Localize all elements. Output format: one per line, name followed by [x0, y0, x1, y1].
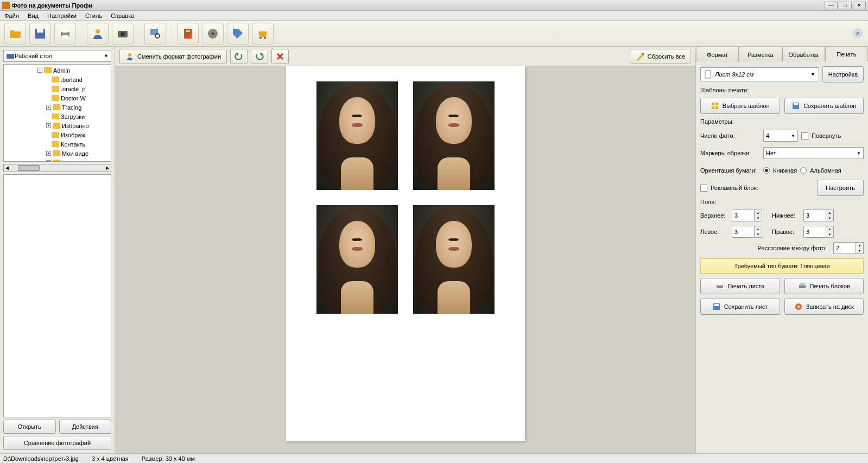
folder-tree[interactable]: -Admin.borland.oracle_jrDoctor W+Tracing… [3, 64, 111, 162]
rotate-right-button[interactable] [251, 49, 268, 64]
tree-item[interactable]: +Tracing [5, 103, 110, 112]
status-color: 3 x 4 цветная [92, 455, 129, 462]
templates-label: Шаблоны печати: [700, 87, 864, 93]
cart-button[interactable] [252, 23, 274, 45]
margin-top-label: Верхнее: [700, 212, 728, 219]
svg-rect-16 [7, 54, 14, 59]
tree-item[interactable]: .borland [5, 75, 110, 84]
maximize-button[interactable]: □ [839, 2, 852, 9]
count-select[interactable]: 4▼ [763, 130, 798, 142]
tree-item[interactable]: +Мои доку [5, 158, 110, 162]
tag-button[interactable] [227, 23, 249, 45]
markers-select[interactable]: Нет▼ [763, 147, 864, 159]
tree-item[interactable]: +Избранно [5, 121, 110, 130]
tree-item[interactable]: Контакть [5, 139, 110, 149]
menubar: Файл Вид Настройки Стиль Справка [0, 11, 868, 21]
tab-layout[interactable]: Разметка [739, 47, 782, 62]
thumbnail-preview [3, 174, 111, 417]
statusbar: D:\Downloads\портрет-3.jpg 3 x 4 цветная… [0, 453, 868, 463]
print-button[interactable] [54, 23, 76, 45]
change-format-button[interactable]: Сменить формат фотографии [119, 49, 227, 64]
landscape-radio[interactable] [800, 167, 807, 174]
tree-item[interactable]: Изображ [5, 130, 110, 139]
margins-label: Поля: [700, 199, 864, 205]
svg-rect-19 [705, 71, 711, 78]
book-button[interactable] [177, 23, 199, 45]
count-label: Число фото: [700, 132, 760, 139]
svg-rect-31 [714, 304, 719, 306]
center-panel: Сменить формат фотографии Сбросить все [115, 47, 695, 453]
adblock-checkbox[interactable] [700, 185, 707, 192]
print-blocks-button[interactable]: Печать блоков [784, 278, 864, 294]
rotate-left-button[interactable] [230, 49, 248, 64]
margin-left-input[interactable]: 3▲▼ [732, 226, 762, 238]
tree-item[interactable]: -Admin [5, 66, 110, 75]
reset-all-button[interactable]: Сбросить все [630, 49, 691, 64]
menu-help[interactable]: Справка [109, 12, 136, 20]
sheet-select[interactable]: Лист 9x12 см ▼ [700, 67, 819, 81]
tree-item[interactable]: .oracle_jr [5, 84, 110, 93]
sheet-settings-button[interactable]: Настройка [822, 66, 864, 83]
svg-rect-23 [715, 106, 718, 109]
open-folder-button[interactable] [4, 23, 26, 45]
photo-4[interactable] [413, 205, 495, 314]
landscape-label: Альбомная [810, 167, 841, 174]
svg-point-13 [212, 33, 214, 35]
open-button[interactable]: Открыть [3, 420, 56, 434]
tree-scrollbar[interactable]: ◀ ▶ [3, 164, 111, 172]
folder-combo[interactable]: Рабочий стол ▼ [3, 50, 111, 62]
tree-item[interactable]: +Мои виде [5, 149, 110, 158]
burn-disk-button[interactable]: Записать на диск [784, 299, 864, 315]
svg-point-7 [121, 32, 125, 36]
reel-button[interactable] [202, 23, 224, 45]
params-label: Параметры: [700, 118, 864, 125]
svg-rect-25 [794, 103, 798, 105]
save-template-button[interactable]: Сохранить шаблон [784, 98, 864, 114]
print-canvas [115, 66, 695, 453]
svg-rect-3 [62, 29, 68, 33]
tree-item[interactable]: Doctor W [5, 93, 110, 103]
svg-rect-1 [37, 29, 43, 33]
menu-settings[interactable]: Настройки [45, 12, 79, 20]
svg-rect-27 [718, 283, 722, 286]
margin-top-input[interactable]: 3▲▼ [732, 210, 762, 221]
tab-print[interactable]: Печать [825, 47, 868, 62]
svg-rect-18 [642, 53, 644, 55]
photo-2[interactable] [413, 81, 495, 190]
svg-rect-10 [184, 29, 192, 39]
tab-format[interactable]: Формат [696, 47, 739, 62]
margin-bottom-input[interactable]: 3▲▼ [803, 210, 834, 221]
camera-button[interactable] [112, 23, 134, 45]
minimize-button[interactable]: — [825, 2, 838, 9]
print-sheet-button[interactable]: Печать листа [700, 278, 780, 294]
svg-point-5 [96, 29, 100, 34]
menu-view[interactable]: Вид [26, 12, 41, 20]
chevron-down-icon: ▼ [810, 72, 815, 77]
photo-3[interactable] [316, 205, 398, 314]
save-sheet-button[interactable]: Сохранить лист [700, 299, 780, 315]
svg-point-14 [259, 37, 262, 39]
menu-file[interactable]: Файл [2, 12, 21, 20]
close-button[interactable]: ✕ [853, 2, 866, 9]
main-toolbar: ✕ [0, 21, 868, 47]
tree-item[interactable]: Загрузки [5, 112, 110, 121]
person-button[interactable] [87, 23, 109, 45]
margin-right-label: Правое: [772, 229, 800, 235]
margin-right-input[interactable]: 3▲▼ [803, 226, 834, 238]
delete-button[interactable] [271, 49, 289, 64]
configure-button[interactable]: Настроить [817, 180, 864, 196]
gap-input[interactable]: 2▲▼ [833, 242, 864, 254]
rotate-checkbox[interactable] [801, 132, 808, 139]
choose-template-button[interactable]: Выбрать шаблон [700, 98, 780, 114]
compare-button[interactable]: Сравнение фотографий [3, 436, 111, 450]
center-toolbar: Сменить формат фотографии Сбросить все [115, 47, 695, 66]
print-sheet [286, 66, 525, 441]
tab-processing[interactable]: Обработка [782, 47, 825, 62]
menu-style[interactable]: Стиль [83, 12, 104, 20]
actions-button[interactable]: Действия [59, 420, 112, 434]
toolbar-close-icon[interactable]: ✕ [853, 28, 863, 38]
save-button[interactable] [29, 23, 51, 45]
photo-1[interactable] [316, 81, 398, 190]
portrait-radio[interactable] [763, 167, 770, 174]
zoom-image-button[interactable] [144, 23, 166, 45]
